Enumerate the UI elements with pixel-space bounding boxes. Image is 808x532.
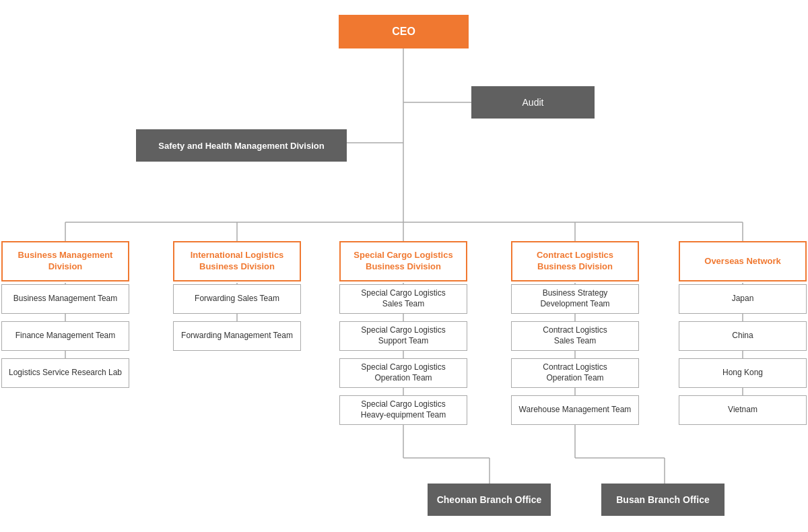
team-finance-management: Finance Management Team <box>1 321 129 351</box>
team-contract-logistics-operation: Contract LogisticsOperation Team <box>511 358 639 388</box>
safety-label: Safety and Health Management Division <box>158 141 324 151</box>
division-overseas-network: Overseas Network <box>679 241 807 281</box>
team-contract-logistics-sales: Contract LogisticsSales Team <box>511 321 639 351</box>
division-label: International LogisticsBusiness Division <box>191 250 284 273</box>
team-special-cargo-sales: Special Cargo LogisticsSales Team <box>339 284 467 314</box>
cheonan-branch-label: Cheonan Branch Office <box>437 494 542 505</box>
ceo-label: CEO <box>392 26 415 38</box>
team-business-management: Business Management Team <box>1 284 129 314</box>
busan-branch-box: Busan Branch Office <box>601 484 725 516</box>
division-special-cargo: Special Cargo LogisticsBusiness Division <box>339 241 467 281</box>
team-vietnam: Vietnam <box>679 395 807 425</box>
team-special-cargo-heavy: Special Cargo LogisticsHeavy-equipment T… <box>339 395 467 425</box>
team-logistics-research: Logistics Service Research Lab <box>1 358 129 388</box>
team-warehouse-management: Warehouse Management Team <box>511 395 639 425</box>
division-label: Contract LogisticsBusiness Division <box>537 250 613 273</box>
team-hong-kong: Hong Kong <box>679 358 807 388</box>
busan-branch-label: Busan Branch Office <box>616 494 709 505</box>
safety-box: Safety and Health Management Division <box>136 129 347 162</box>
audit-box: Audit <box>471 86 595 119</box>
team-business-strategy: Business StrategyDevelopment Team <box>511 284 639 314</box>
division-label: Special Cargo LogisticsBusiness Division <box>354 250 452 273</box>
team-special-cargo-operation: Special Cargo LogisticsOperation Team <box>339 358 467 388</box>
team-forwarding-sales: Forwarding Sales Team <box>173 284 301 314</box>
division-international-logistics: International LogisticsBusiness Division <box>173 241 301 281</box>
ceo-box: CEO <box>339 15 469 48</box>
team-japan: Japan <box>679 284 807 314</box>
audit-label: Audit <box>523 97 544 108</box>
division-label: Overseas Network <box>704 256 780 267</box>
division-label: Business ManagementDivision <box>18 250 113 273</box>
division-contract-logistics: Contract LogisticsBusiness Division <box>511 241 639 281</box>
team-china: China <box>679 321 807 351</box>
team-forwarding-management: Forwarding Management Team <box>173 321 301 351</box>
division-business-management: Business ManagementDivision <box>1 241 129 281</box>
cheonan-branch-box: Cheonan Branch Office <box>428 484 551 516</box>
team-special-cargo-support: Special Cargo LogisticsSupport Team <box>339 321 467 351</box>
org-chart: CEO Audit Safety and Health Management D… <box>0 0 808 532</box>
